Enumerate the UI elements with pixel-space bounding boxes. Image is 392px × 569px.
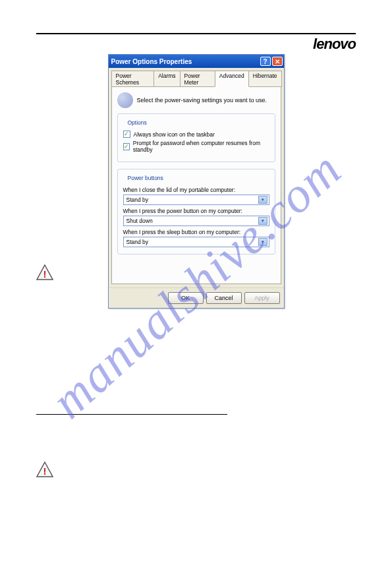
options-legend: Options — [126, 119, 149, 126]
ok-button[interactable]: OK — [168, 292, 204, 304]
taskbar-checkbox-row: ✓ Always show icon on the taskbar — [123, 131, 269, 138]
help-button[interactable]: ? — [260, 57, 271, 66]
intro-row: Select the power-saving settings you wan… — [117, 92, 275, 108]
power-buttons-fieldset: Power buttons When I close the lid of my… — [117, 169, 275, 255]
dialog-button-row: OK Cancel Apply — [109, 287, 284, 308]
lid-close-value: Stand by — [126, 196, 149, 203]
apply-button[interactable]: Apply — [244, 292, 280, 304]
close-button[interactable]: ✕ — [272, 57, 283, 66]
power-options-dialog: Power Options Properties ? ✕ Power Schem… — [108, 54, 285, 309]
password-checkbox-row: ✓ Prompt for password when computer resu… — [123, 140, 269, 153]
warning-icon: ! — [36, 264, 53, 280]
taskbar-checkbox-label: Always show icon on the taskbar — [134, 131, 215, 138]
password-checkbox[interactable]: ✓ — [123, 143, 130, 150]
cancel-button[interactable]: Cancel — [206, 292, 242, 304]
lid-close-select[interactable]: Stand by ▾ — [123, 195, 269, 205]
options-fieldset: Options ✓ Always show icon on the taskba… — [117, 113, 275, 162]
tab-hibernate[interactable]: Hibernate — [248, 71, 282, 87]
tab-power-schemes[interactable]: Power Schemes — [111, 71, 155, 87]
section-rule — [36, 414, 227, 415]
lid-close-label: When I close the lid of my portable comp… — [123, 187, 269, 193]
chevron-down-icon: ▾ — [258, 196, 267, 204]
tab-power-meter[interactable]: Power Meter — [180, 71, 215, 87]
taskbar-checkbox[interactable]: ✓ — [123, 131, 130, 138]
power-button-select[interactable]: Shut down ▾ — [123, 216, 269, 226]
chevron-down-icon: ▾ — [258, 217, 267, 225]
sleep-button-value: Stand by — [126, 239, 149, 245]
dialog-container: Power Options Properties ? ✕ Power Schem… — [36, 54, 356, 309]
brand-logo: lenovo — [313, 36, 356, 53]
titlebar: Power Options Properties ? ✕ — [109, 55, 284, 68]
chevron-down-icon: ▾ — [258, 238, 267, 246]
password-checkbox-label: Prompt for password when computer resume… — [133, 140, 269, 153]
power-button-value: Shut down — [126, 218, 153, 224]
sleep-button-label: When I press the sleep button on my comp… — [123, 229, 269, 235]
header-rule — [36, 33, 356, 34]
power-icon — [117, 92, 133, 108]
tab-advanced[interactable]: Advanced — [215, 71, 249, 87]
svg-text:!: ! — [43, 268, 47, 280]
dialog-title: Power Options Properties — [111, 58, 192, 65]
power-button-label: When I press the power button on my comp… — [123, 208, 269, 214]
titlebar-buttons: ? ✕ — [260, 57, 283, 66]
power-buttons-legend: Power buttons — [126, 175, 165, 181]
svg-text:!: ! — [43, 465, 47, 477]
tab-panel-advanced: Select the power-saving settings you wan… — [111, 86, 281, 284]
warning-icon: ! — [36, 462, 53, 477]
sleep-button-select[interactable]: Stand by ▾ — [123, 237, 269, 247]
tabs: Power Schemes Alarms Power Meter Advance… — [109, 68, 284, 87]
tab-alarms[interactable]: Alarms — [154, 71, 180, 87]
intro-text: Select the power-saving settings you wan… — [137, 97, 267, 104]
